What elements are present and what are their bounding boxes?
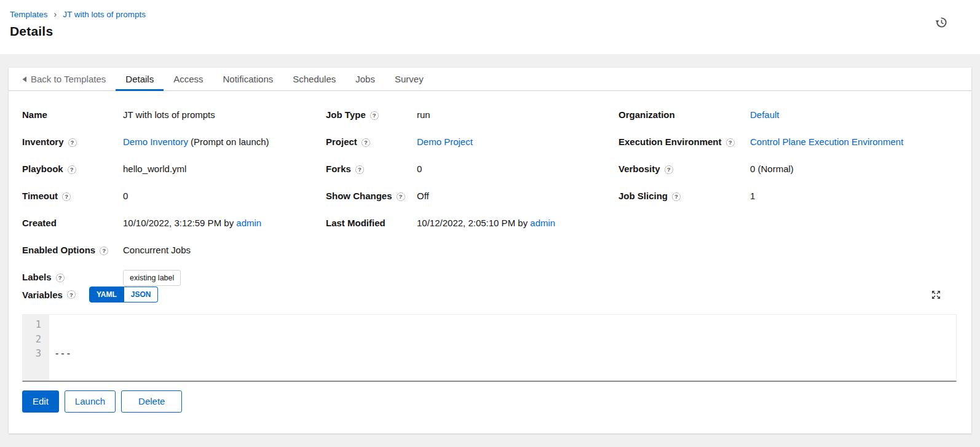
help-icon[interactable]: ? xyxy=(56,274,65,282)
details-grid: Name JT with lots of prompts Job Type? r… xyxy=(22,108,957,286)
editor-code-area[interactable]: --- ansible_ssh_user: ec2 ansible_connec… xyxy=(49,315,956,381)
field-label-inventory: Inventory? xyxy=(22,135,123,162)
code-line: --- xyxy=(54,347,956,362)
editor-gutter: 1 2 3 xyxy=(23,315,49,381)
variables-editor: 1 2 3 --- ansible_ssh_user: ec2 ansible_… xyxy=(22,314,957,382)
help-icon[interactable]: ? xyxy=(665,165,673,174)
field-value-created: 10/10/2022, 3:12:59 PM by admin xyxy=(123,216,326,243)
history-button[interactable] xyxy=(935,16,948,29)
help-icon[interactable]: ? xyxy=(68,138,77,147)
breadcrumb-link-current[interactable]: JT with lots of prompts xyxy=(63,10,146,19)
help-icon[interactable]: ? xyxy=(362,138,370,147)
variables-row: Variables ? YAML JSON xyxy=(22,287,957,303)
field-label-verbosity: Verbosity? xyxy=(618,162,750,189)
details-card: Back to Templates Details Access Notific… xyxy=(9,68,971,433)
line-number: 1 xyxy=(23,318,41,333)
page-header: Templates › JT with lots of prompts Deta… xyxy=(0,0,980,54)
field-label-job-type: Job Type? xyxy=(326,108,417,135)
field-value-name: JT with lots of prompts xyxy=(123,108,326,135)
field-value-playbook: hello_world.yml xyxy=(123,162,326,189)
field-label-name: Name xyxy=(22,108,123,135)
execution-environment-link[interactable]: Control Plane Execution Environment xyxy=(750,136,903,147)
field-label-organization: Organization xyxy=(618,108,750,135)
breadcrumb: Templates › JT with lots of prompts xyxy=(10,9,970,19)
inventory-link[interactable]: Demo Inventory xyxy=(123,136,188,147)
field-value-inventory: Demo Inventory (Prompt on launch) xyxy=(123,135,326,162)
json-toggle-button[interactable]: JSON xyxy=(124,287,159,303)
field-label-project: Project? xyxy=(326,135,417,162)
expand-button[interactable] xyxy=(931,290,941,299)
line-number: 2 xyxy=(23,333,41,347)
field-value-show-changes: Off xyxy=(417,189,618,216)
help-icon[interactable]: ? xyxy=(355,165,364,174)
field-label-created: Created xyxy=(22,216,123,243)
organization-link[interactable]: Default xyxy=(750,109,780,120)
field-label-enabled-options: Enabled Options? xyxy=(22,243,123,271)
back-arrow-icon xyxy=(22,76,26,82)
details-body: Name JT with lots of prompts Job Type? r… xyxy=(9,91,971,420)
action-buttons: Edit Launch Delete xyxy=(22,390,957,413)
tab-notifications[interactable]: Notifications xyxy=(213,68,283,90)
field-value-verbosity: 0 (Normal) xyxy=(750,162,957,189)
help-icon[interactable]: ? xyxy=(370,111,379,120)
project-link[interactable]: Demo Project xyxy=(417,136,473,147)
field-value-forks: 0 xyxy=(417,162,618,189)
breadcrumb-link-templates[interactable]: Templates xyxy=(10,10,48,19)
field-value-labels: existing label xyxy=(123,271,957,286)
field-label-playbook: Playbook? xyxy=(22,162,123,189)
expand-arrows-icon xyxy=(931,292,941,301)
field-value-execution-environment: Control Plane Execution Environment xyxy=(750,135,957,162)
tab-details[interactable]: Details xyxy=(116,68,164,90)
field-value-last-modified: 10/12/2022, 2:05:10 PM by admin xyxy=(417,216,618,243)
empty-cell xyxy=(750,216,957,231)
line-number: 3 xyxy=(23,347,41,362)
tab-bar: Back to Templates Details Access Notific… xyxy=(9,68,971,91)
field-label-labels: Labels? xyxy=(22,271,123,283)
field-label-execution-environment: Execution Environment? xyxy=(618,135,750,162)
label-chip: existing label xyxy=(123,270,181,286)
tab-schedules[interactable]: Schedules xyxy=(283,68,346,90)
variables-label: Variables xyxy=(22,290,63,300)
help-icon[interactable]: ? xyxy=(68,165,76,174)
help-icon[interactable]: ? xyxy=(62,192,71,201)
main-content: Back to Templates Details Access Notific… xyxy=(0,54,980,447)
help-icon[interactable]: ? xyxy=(100,247,108,255)
tab-survey[interactable]: Survey xyxy=(385,68,433,90)
field-value-enabled-options: Concurrent Jobs xyxy=(123,243,957,271)
field-value-job-slicing: 1 xyxy=(750,189,957,216)
field-value-organization: Default xyxy=(750,108,957,135)
page-title: Details xyxy=(10,24,970,39)
help-icon[interactable]: ? xyxy=(672,192,681,201)
field-value-job-type: run xyxy=(417,108,618,135)
help-icon[interactable]: ? xyxy=(67,290,76,299)
launch-button[interactable]: Launch xyxy=(65,390,116,413)
field-value-project: Demo Project xyxy=(417,135,618,162)
yaml-toggle-button[interactable]: YAML xyxy=(89,287,124,303)
help-icon[interactable]: ? xyxy=(397,192,405,201)
help-icon[interactable]: ? xyxy=(726,138,735,147)
tab-back-to-templates[interactable]: Back to Templates xyxy=(22,68,116,90)
breadcrumb-separator: › xyxy=(54,9,57,19)
created-by-link[interactable]: admin xyxy=(236,218,261,228)
edit-button[interactable]: Edit xyxy=(22,390,59,413)
tab-access[interactable]: Access xyxy=(164,68,213,90)
empty-cell xyxy=(618,216,750,231)
modified-by-link[interactable]: admin xyxy=(530,218,555,228)
field-label-timeout: Timeout? xyxy=(22,189,123,216)
field-label-last-modified: Last Modified xyxy=(326,216,417,243)
field-value-timeout: 0 xyxy=(123,189,326,216)
field-label-forks: Forks? xyxy=(326,162,417,189)
yaml-json-toggle: YAML JSON xyxy=(89,287,159,303)
history-icon xyxy=(935,22,948,31)
tab-jobs[interactable]: Jobs xyxy=(346,68,385,90)
field-label-job-slicing: Job Slicing? xyxy=(618,189,750,216)
field-label-show-changes: Show Changes? xyxy=(326,189,417,216)
delete-button[interactable]: Delete xyxy=(121,390,182,413)
